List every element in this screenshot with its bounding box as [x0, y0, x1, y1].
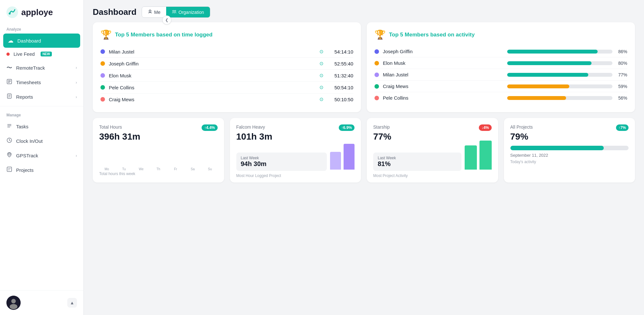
- starship-last-week-label: Last Week: [378, 156, 457, 160]
- svg-point-21: [149, 10, 151, 12]
- sidebar-item-dashboard[interactable]: ☁ Dashboard: [3, 34, 80, 48]
- sidebar-item-reports[interactable]: Reports ›: [0, 90, 83, 104]
- gps-icon: [6, 152, 12, 159]
- collapse-sidebar-button[interactable]: ❮: [162, 15, 171, 25]
- clock-icon: ⊙: [319, 84, 324, 90]
- falcom-bar: [330, 152, 341, 170]
- total-hours-label: Total Hours: [99, 124, 122, 130]
- sidebar-item-gps-track[interactable]: GPSTrack ›: [0, 148, 83, 163]
- chevron-icon: ›: [76, 65, 77, 70]
- clock-icon: [6, 137, 12, 145]
- member-name: Milan Justel: [383, 72, 503, 77]
- sidebar-item-label: Live Feed: [14, 51, 35, 57]
- bar-fill: [507, 96, 566, 100]
- bar-column: Su: [202, 166, 217, 171]
- projects-bar-fill: [510, 146, 604, 150]
- sidebar-item-remote-track[interactable]: 〜 RemoteTrack ›: [0, 60, 83, 75]
- time-member-row: Craig Mews ⊙ 50:10:50: [100, 94, 353, 105]
- starship-value: 77%: [373, 132, 492, 142]
- top-time-card: 🏆 Top 5 Members based on time logged Mil…: [93, 22, 361, 112]
- bar-pct: 56%: [616, 95, 627, 101]
- member-name: Pele Collins: [383, 95, 503, 101]
- page-title: Dashboard: [93, 7, 137, 17]
- starship-bar: [465, 145, 477, 170]
- tab-me[interactable]: Me: [142, 7, 166, 17]
- total-hours-card: Total Hours ↑4.4% 396h 31m Mo Tu We Th F…: [93, 118, 224, 182]
- bar-pct: 86%: [616, 49, 627, 54]
- member-dot: [374, 73, 379, 77]
- sidebar-item-label: Tasks: [16, 124, 28, 129]
- sidebar-item-timesheets[interactable]: Timesheets ›: [0, 75, 83, 90]
- clock-icon: ⊙: [319, 61, 324, 66]
- logo-text: apploye: [21, 7, 53, 17]
- sidebar-item-live-feed[interactable]: Live Feed NEW: [0, 48, 83, 60]
- scroll-up-button[interactable]: ▲: [67, 298, 77, 308]
- starship-footer: Most Project Activity: [373, 173, 492, 178]
- activity-bar-wrap: 59%: [507, 84, 628, 89]
- clock-icon: ⊙: [319, 73, 324, 78]
- member-dot: [100, 61, 105, 66]
- member-dot: [100, 97, 105, 102]
- svg-point-20: [10, 304, 17, 309]
- org-icon: [172, 9, 176, 15]
- activity-member-row: Craig Mews 59%: [374, 81, 627, 92]
- starship-label: Starship: [373, 124, 390, 130]
- bar-label: Sa: [191, 167, 194, 171]
- bar-track: [507, 84, 613, 88]
- tab-group: Me Organization: [142, 6, 210, 18]
- tab-organization[interactable]: Organization: [166, 7, 210, 17]
- bar-label: We: [139, 167, 144, 171]
- member-dot: [374, 61, 379, 65]
- member-dot: [100, 49, 105, 54]
- activity-bar-wrap: 86%: [507, 49, 628, 54]
- member-dot: [100, 73, 105, 78]
- top-time-title: Top 5 Members based on time logged: [115, 32, 213, 38]
- total-hours-footer: Total hours this week: [99, 172, 218, 176]
- activity-member-row: Milan Justel 77%: [374, 69, 627, 81]
- member-time: 50:54:10: [327, 85, 353, 90]
- bar-column: Mo: [99, 166, 114, 171]
- falcom-last-week-label: Last Week: [241, 156, 323, 160]
- manage-section-label: Manage: [0, 108, 83, 119]
- starship-last-week-value: 81%: [378, 160, 457, 168]
- falcom-label: Falcom Heavy: [236, 124, 265, 130]
- sidebar-item-label: RemoteTrack: [16, 65, 45, 71]
- all-projects-card: All Projects ↑7% 79% September 11, 2022 …: [504, 118, 635, 182]
- member-name: Pele Collins: [109, 85, 316, 90]
- starship-badge: ↓4%: [479, 124, 491, 131]
- sidebar-item-label: Reports: [16, 94, 33, 100]
- bar-fill: [507, 61, 592, 65]
- bar-column: We: [134, 166, 149, 171]
- bar-label: Th: [156, 167, 160, 171]
- sidebar-item-tasks[interactable]: Tasks: [0, 119, 83, 134]
- bar-column: Tu: [116, 166, 131, 171]
- sidebar-item-projects[interactable]: Projects: [0, 163, 83, 177]
- bar-column: Th: [151, 166, 166, 171]
- member-name: Craig Mews: [109, 97, 316, 102]
- time-member-row: Milan Justel ⊙ 54:14:10: [100, 46, 353, 58]
- top-activity-card: 🏆 Top 5 Members based on activity Joseph…: [367, 22, 635, 112]
- activity-member-row: Elon Musk 80%: [374, 57, 627, 69]
- total-hours-badge: ↑4.4%: [202, 124, 217, 131]
- activity-bar-wrap: 80%: [507, 61, 628, 66]
- sidebar-item-label: Clock In/Out: [16, 138, 43, 144]
- clock-icon: ⊙: [319, 49, 324, 54]
- sidebar-item-clock-in-out[interactable]: Clock In/Out: [0, 134, 83, 148]
- member-name: Elon Musk: [383, 60, 503, 66]
- member-name: Joseph Griffin: [383, 49, 503, 54]
- falcom-footer: Most Hour Logged Project: [236, 173, 355, 178]
- chevron-icon: ›: [76, 95, 77, 99]
- falcom-card: Falcom Heavy ↑6.9% 101h 3m Last Week 94h…: [230, 118, 361, 182]
- bar-track: [507, 73, 613, 77]
- all-projects-value: 79%: [510, 132, 629, 142]
- clock-icon: ⊙: [319, 96, 324, 102]
- timesheets-icon: [6, 79, 12, 86]
- bar-label: Fr: [174, 167, 177, 171]
- logo-icon: [6, 6, 18, 18]
- bar-column: Sa: [185, 166, 200, 171]
- member-time: 52:55:40: [327, 61, 353, 66]
- total-hours-value: 396h 31m: [99, 132, 218, 142]
- remote-track-icon: 〜: [6, 64, 12, 72]
- member-name: Joseph Griffin: [109, 61, 316, 66]
- bar-column: Fr: [168, 166, 183, 171]
